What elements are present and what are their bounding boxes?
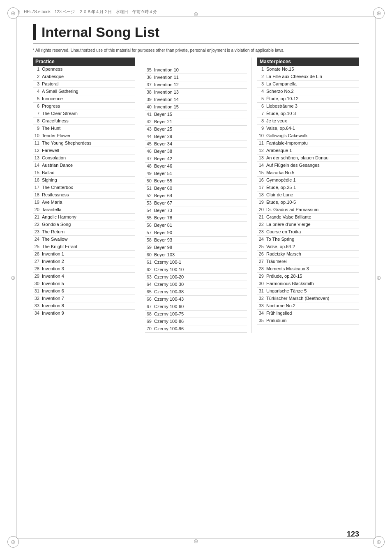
song-title: Invention 1 [42,251,135,256]
song-number: 8 [257,118,266,123]
list-item: 57Beyer 90 [145,229,247,237]
song-title: Invention 10 [154,67,247,72]
song-title: To The Spring [266,237,359,242]
list-item: 48Beyer 46 [145,163,247,170]
list-item: 20Dr. Gradus ad Parnassum [257,206,359,214]
song-title: Auf Flügeln des Gesanges [266,163,359,168]
list-item: 2La Fille aux Cheveux de Lin [257,73,359,81]
list-item: 22La prière d'une Vierge [257,221,359,228]
song-number: 66 [145,297,154,302]
song-number: 9 [257,126,266,131]
song-number: 31 [257,288,266,293]
song-title: Gymnopédie 1 [266,177,359,182]
list-item: 68Czerny 100-75 [145,311,247,318]
list-item: 2Arabesque [33,73,135,81]
song-title: Gracefulness [42,118,135,123]
list-item: 34Frühlingslied [257,310,359,317]
song-number: 14 [257,163,266,168]
cross-tl: ⊕ [11,10,16,16]
list-item: 15Ballad [33,169,135,177]
list-item: 3La Campanella [257,81,359,88]
song-title: Czerny 100-43 [154,297,247,302]
title-rule [33,44,359,44]
list-item: 31Ungarische Tänze 5 [257,288,359,295]
song-title: Beyer 103 [154,252,247,257]
song-title: Ungarische Tänze 5 [266,288,359,293]
song-number: 24 [257,237,266,242]
song-number: 11 [257,140,266,145]
song-number: 47 [145,156,154,161]
song-number: 54 [145,208,154,213]
song-title: Sonate No.15 [266,67,359,71]
cross-tr: ⊕ [376,10,381,16]
song-title: Invention 3 [42,266,135,271]
song-title: Beyer 34 [154,141,247,146]
list-item: 28Invention 3 [33,265,135,273]
corner-mark-br: ⊕ [373,536,385,548]
song-title: Valse, op.64-1 [266,126,359,131]
list-item: 24The Swallow [33,236,135,243]
song-number: 12 [257,148,266,153]
song-number: 20 [257,207,266,212]
song-number: 25 [257,244,266,249]
song-title: Träumerei [266,259,359,264]
song-number: 4 [257,89,266,94]
song-number: 69 [145,319,154,324]
list-item: 50Beyer 55 [145,177,247,185]
song-title: Invention 8 [42,303,135,308]
list-item: 16Sighing [33,177,135,184]
list-item: 58Beyer 93 [145,237,247,244]
list-item: 22Gondola Song [33,221,135,228]
song-title: Austrian Dance [42,163,135,168]
song-title: Invention 12 [154,82,247,87]
song-title: Scherzo No.2 [266,89,359,94]
list-item: 16Gymnopédie 1 [257,177,359,184]
list-item: 27Invention 2 [33,258,135,265]
song-number: 22 [257,222,266,227]
list-item: 11Fantaisie-Impromptu [257,140,359,147]
list-item: 32Invention 7 [33,295,135,302]
song-number: 58 [145,237,154,242]
song-title: The Hunt [42,126,135,131]
song-number: 3 [33,81,42,86]
song-number: 51 [145,186,154,191]
song-title: Invention 4 [42,274,135,279]
list-item: 8Je te veux [257,117,359,125]
song-title: Gondola Song [42,222,135,227]
list-item: 56Beyer 81 [145,222,247,229]
song-title: A Small Gathering [42,89,135,94]
song-number: 33 [33,303,42,308]
list-item: 4A Small Gathering [33,88,135,95]
song-title: Beyer 60 [154,186,247,191]
song-number: 26 [33,251,42,256]
song-title: Frühlingslied [266,311,359,315]
song-number: 19 [33,200,42,205]
song-number: 31 [33,288,42,293]
song-number: 23 [33,229,42,234]
song-title: Invention 7 [42,296,135,301]
song-title: Beyer 46 [154,164,247,168]
list-item: 18Restlessness [33,191,135,199]
song-title: Beyer 29 [154,134,247,139]
song-title: Invention 13 [154,90,247,94]
list-item: 26Radetzky Marsch [257,251,359,258]
song-number: 22 [33,222,42,227]
song-title: Invention 6 [42,288,135,293]
song-number: 17 [257,185,266,190]
song-title: La prière d'une Vierge [266,222,359,227]
list-item: 60Beyer 103 [145,251,247,259]
song-number: 35 [257,318,266,323]
song-number: 43 [145,127,154,131]
list-item: 27Träumerei [257,258,359,265]
song-number: 12 [33,148,42,153]
song-number: 13 [33,155,42,160]
page-number: 123 [347,530,359,539]
song-title: Grande Valse Brillante [266,214,359,219]
song-number: 16 [257,177,266,182]
list-item: 9The Hunt [33,125,135,132]
song-number: 62 [145,267,154,272]
song-title: Präludium [266,318,359,323]
song-number: 5 [33,96,42,101]
list-item: 45Beyer 34 [145,140,247,148]
song-title: Golliwog's Cakewalk [266,133,359,138]
